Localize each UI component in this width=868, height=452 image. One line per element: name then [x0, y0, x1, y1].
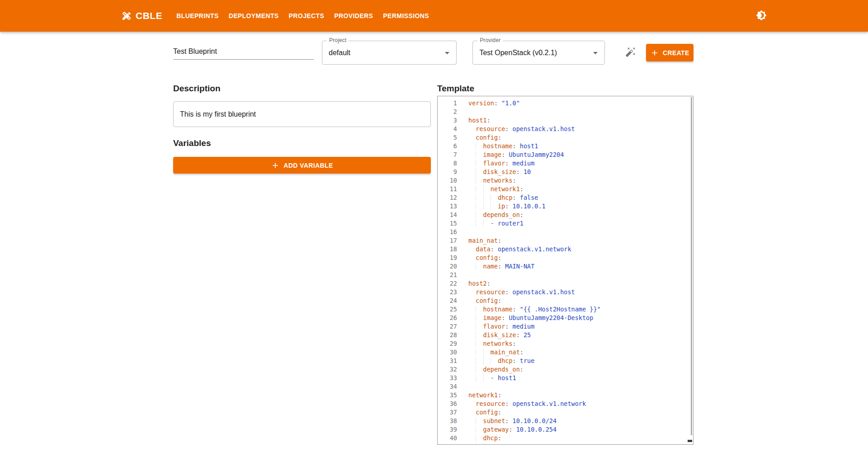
- code-line: 28 disk_size: 25: [438, 331, 693, 339]
- code-line-text: name: MAIN-NAT: [457, 262, 534, 271]
- code-line: 14 depends_on:: [438, 211, 693, 219]
- code-line: 3host1:: [438, 116, 693, 125]
- line-number: 10: [438, 176, 457, 185]
- code-line-text: dhcp: false: [457, 193, 538, 202]
- code-line-text: dhcp:: [457, 434, 501, 443]
- line-number: 24: [438, 297, 457, 305]
- provider-select-value: Test OpenStack (v0.2.1): [479, 49, 557, 57]
- line-number: 8: [438, 159, 457, 168]
- blueprint-toolbar: Project default Provider Test OpenStack …: [173, 41, 693, 65]
- code-line-text: [457, 108, 468, 116]
- line-number: 28: [438, 331, 457, 339]
- code-line-text: version: "1.0": [457, 99, 520, 108]
- line-number: 12: [438, 193, 457, 202]
- code-line: 30 main_nat:: [438, 348, 693, 357]
- template-editor-lines: 1version: "1.0"23host1:4 resource: opens…: [438, 99, 693, 445]
- line-number: 2: [438, 108, 457, 116]
- code-line-text: host1:: [457, 116, 491, 125]
- brand-logo-icon: [121, 10, 132, 21]
- code-line: 37 config:: [438, 408, 693, 417]
- variables-heading: Variables: [173, 138, 431, 149]
- template-code-editor[interactable]: 1version: "1.0"23host1:4 resource: opens…: [437, 96, 693, 445]
- line-number: 23: [438, 288, 457, 297]
- add-variable-label: ADD VARIABLE: [283, 162, 333, 169]
- line-number: 19: [438, 254, 457, 262]
- line-number: 41: [438, 443, 457, 445]
- code-line: 21: [438, 271, 693, 279]
- code-line: 38 subnet: 10.10.0.0/24: [438, 417, 693, 425]
- theme-toggle-button[interactable]: [750, 5, 772, 27]
- brand[interactable]: CBLE: [121, 10, 162, 21]
- code-line: 17main_nat:: [438, 236, 693, 245]
- nav-projects[interactable]: PROJECTS: [284, 9, 330, 23]
- line-number: 40: [438, 434, 457, 443]
- code-line: 26 image: UbuntuJammy2204-Desktop: [438, 314, 693, 322]
- add-variable-button[interactable]: ADD VARIABLE: [173, 157, 431, 174]
- code-line-text: network1:: [457, 185, 524, 193]
- line-number: 14: [438, 211, 457, 219]
- code-line-text: [457, 271, 468, 279]
- code-line-text: - router1: [457, 219, 524, 228]
- auto-generate-button[interactable]: [620, 42, 642, 64]
- line-number: 31: [438, 357, 457, 365]
- code-line-text: flavor: medium: [457, 159, 534, 168]
- line-number: 29: [438, 339, 457, 348]
- create-button[interactable]: CREATE: [646, 44, 693, 61]
- plus-icon: [271, 161, 280, 170]
- code-line-text: host2:: [457, 279, 491, 288]
- code-line: 10 networks:: [438, 176, 693, 185]
- line-number: 9: [438, 168, 457, 176]
- template-heading: Template: [437, 83, 693, 94]
- code-line: 4 resource: openstack.v1.host: [438, 125, 693, 133]
- code-line-text: [457, 382, 468, 391]
- line-number: 27: [438, 322, 457, 331]
- line-number: 5: [438, 133, 457, 142]
- line-number: 37: [438, 408, 457, 417]
- nav-blueprints[interactable]: BLUEPRINTS: [171, 9, 223, 23]
- code-line-text: disk_size: 10: [457, 168, 531, 176]
- code-line: 12 dhcp: false: [438, 193, 693, 202]
- code-line-text: resource: openstack.v1.host: [457, 288, 575, 297]
- app-bar: CBLE BLUEPRINTS DEPLOYMENTS PROJECTS PRO…: [0, 0, 868, 32]
- line-number: 34: [438, 382, 457, 391]
- nav-deployments[interactable]: DEPLOYMENTS: [224, 9, 284, 23]
- create-button-label: CREATE: [663, 49, 689, 56]
- nav-providers[interactable]: PROVIDERS: [329, 9, 378, 23]
- horizontal-scrollbar-thumb[interactable]: [688, 440, 692, 442]
- line-number: 26: [438, 314, 457, 322]
- brand-title: CBLE: [136, 10, 162, 21]
- code-line-text: main_nat:: [457, 348, 524, 357]
- code-line: 27 flavor: medium: [438, 322, 693, 331]
- chevron-down-icon: [442, 47, 453, 58]
- description-input[interactable]: [173, 101, 431, 127]
- code-line-text: network1:: [457, 391, 501, 400]
- code-line: 24 config:: [438, 297, 693, 305]
- vertical-scrollbar-thumb[interactable]: [691, 97, 692, 435]
- code-line: 40 dhcp:: [438, 434, 693, 443]
- provider-select[interactable]: Provider Test OpenStack (v0.2.1): [472, 41, 605, 65]
- code-line: 29 networks:: [438, 339, 693, 348]
- code-line-text: resource: openstack.v1.network: [457, 400, 586, 408]
- code-line: 41 - start: 10.10.0.10: [438, 443, 693, 445]
- code-line-text: config:: [457, 297, 501, 305]
- code-line: 16: [438, 228, 693, 236]
- code-line: 23 resource: openstack.v1.host: [438, 288, 693, 297]
- code-line: 11 network1:: [438, 185, 693, 193]
- code-line: 5 config:: [438, 133, 693, 142]
- code-line-text: config:: [457, 254, 501, 262]
- line-number: 25: [438, 305, 457, 314]
- code-line-text: networks:: [457, 339, 516, 348]
- line-number: 3: [438, 116, 457, 125]
- project-select[interactable]: Project default: [322, 41, 457, 65]
- code-line: 31 dhcp: true: [438, 357, 693, 365]
- code-line-text: depends_on:: [457, 211, 524, 219]
- blueprint-name-input[interactable]: [173, 46, 314, 60]
- code-line: 6 hostname: host1: [438, 142, 693, 151]
- code-line-text: hostname: "{{ .Host2Hostname }}": [457, 305, 601, 314]
- line-number: 35: [438, 391, 457, 400]
- provider-select-label: Provider: [477, 37, 503, 43]
- code-line: 15 - router1: [438, 219, 693, 228]
- code-line-text: disk_size: 25: [457, 331, 531, 339]
- nav-permissions[interactable]: PERMISSIONS: [378, 9, 434, 23]
- code-line-text: config:: [457, 408, 501, 417]
